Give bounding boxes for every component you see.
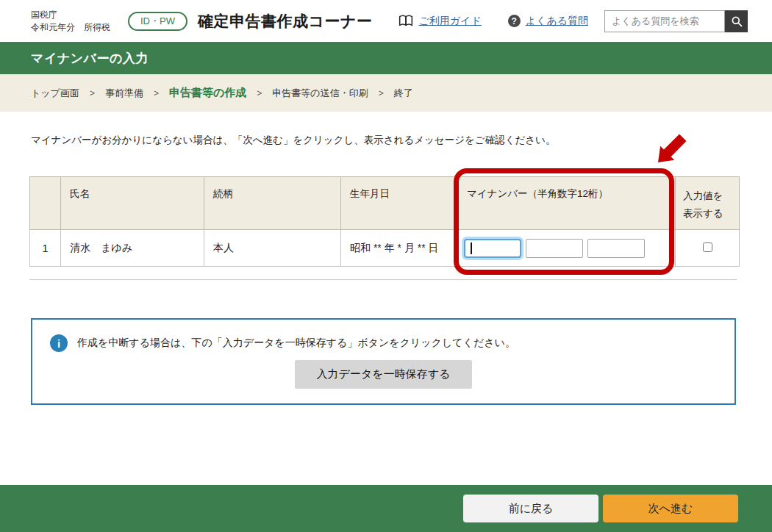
guide-link-label: ご利用ガイド	[418, 15, 481, 28]
save-row: 入力データを一時保存する	[32, 360, 735, 389]
site-header: 国税庁 令和元年分 所得税 ID・PW 確定申告書作成コーナー ご利用ガイド ?…	[0, 0, 772, 42]
guide-link[interactable]: ご利用ガイド	[398, 15, 481, 28]
instruction-text: マイナンバーがお分かりにならない場合は、「次へ進む」をクリックし、表示されるメッ…	[31, 134, 555, 147]
breadcrumb-separator: >	[379, 88, 384, 98]
show-value-checkbox[interactable]	[703, 242, 712, 252]
search-icon	[731, 15, 743, 27]
mynumber-input-1[interactable]	[464, 239, 521, 258]
agency-name: 国税庁	[31, 9, 110, 21]
breadcrumb-item-finish[interactable]: 終了	[394, 87, 413, 100]
breadcrumb-separator: >	[257, 88, 262, 98]
faq-link-label: よくある質問	[526, 15, 588, 28]
col-header-mynumber: マイナンバー（半角数字12桁）	[458, 177, 676, 230]
breadcrumb-separator: >	[154, 88, 159, 98]
temp-save-button[interactable]: 入力データを一時保存する	[295, 360, 473, 389]
table-row: 1 清水 まゆみ 本人 昭和 ** 年 * 月 ** 日	[30, 230, 740, 267]
col-header-birthdate: 生年月日	[341, 177, 458, 230]
next-button[interactable]: 次へ進む	[603, 495, 738, 522]
breadcrumb: トップ画面 > 事前準備 > 申告書等の作成 > 申告書等の送信・印刷 > 終了	[0, 74, 772, 112]
page-title-bar: マイナンバーの入力	[0, 42, 772, 74]
back-button[interactable]: 前に戻る	[463, 495, 598, 522]
tax-year-label: 令和元年分 所得税	[31, 21, 110, 34]
breadcrumb-item-send-print[interactable]: 申告書等の送信・印刷	[272, 87, 368, 100]
search-button[interactable]	[725, 10, 748, 32]
breadcrumb-item-create-current: 申告書等の作成	[169, 86, 246, 100]
mynumber-table: 氏名 続柄 生年月日 マイナンバー（半角数字12桁） 入力値を表示する 1 清水…	[29, 176, 740, 267]
col-header-show-value: 入力値を表示する	[676, 177, 740, 230]
col-header-name: 氏名	[61, 177, 204, 230]
breadcrumb-item-top[interactable]: トップ画面	[31, 87, 79, 100]
screen: 国税庁 令和元年分 所得税 ID・PW 確定申告書作成コーナー ご利用ガイド ?…	[0, 0, 772, 532]
row-index: 1	[30, 230, 61, 267]
info-box: i 作成を中断する場合は、下の「入力データを一時保存する」ボタンをクリックしてく…	[31, 318, 736, 405]
info-message: 作成を中断する場合は、下の「入力データを一時保存する」ボタンをクリックしてくださ…	[77, 337, 515, 350]
show-value-cell	[676, 230, 740, 267]
footer-bar: 前に戻る 次へ進む	[0, 485, 772, 532]
mynumber-input-2[interactable]	[526, 239, 583, 258]
main-content: マイナンバーがお分かりにならない場合は、「次へ進む」をクリックし、表示されるメッ…	[0, 112, 772, 485]
row-relation: 本人	[204, 230, 341, 267]
col-header-relation: 続柄	[204, 177, 341, 230]
faq-search	[604, 10, 748, 32]
table-header-row: 氏名 続柄 生年月日 マイナンバー（半角数字12桁） 入力値を表示する	[30, 177, 740, 230]
divider	[29, 279, 737, 280]
idpw-badge: ID・PW	[128, 12, 187, 31]
breadcrumb-item-preparation[interactable]: 事前準備	[105, 87, 143, 100]
question-circle-icon: ?	[508, 15, 521, 27]
row-birthdate: 昭和 ** 年 * 月 ** 日	[341, 230, 458, 267]
site-title: 確定申告書作成コーナー	[198, 11, 372, 32]
agency-block: 国税庁 令和元年分 所得税	[31, 9, 110, 34]
text-caret	[471, 242, 472, 254]
info-circle-icon: i	[50, 334, 68, 352]
info-row: i 作成を中断する場合は、下の「入力データを一時保存する」ボタンをクリックしてく…	[50, 334, 735, 352]
faq-link[interactable]: ? よくある質問	[508, 15, 588, 28]
col-header-index	[30, 177, 61, 230]
search-input[interactable]	[604, 10, 725, 32]
mynumber-input-3[interactable]	[587, 239, 645, 258]
breadcrumb-separator: >	[90, 88, 95, 98]
mynumber-input-cell	[458, 230, 676, 267]
page-title: マイナンバーの入力	[31, 50, 149, 67]
row-name: 清水 まゆみ	[61, 230, 204, 267]
book-icon	[398, 15, 413, 27]
